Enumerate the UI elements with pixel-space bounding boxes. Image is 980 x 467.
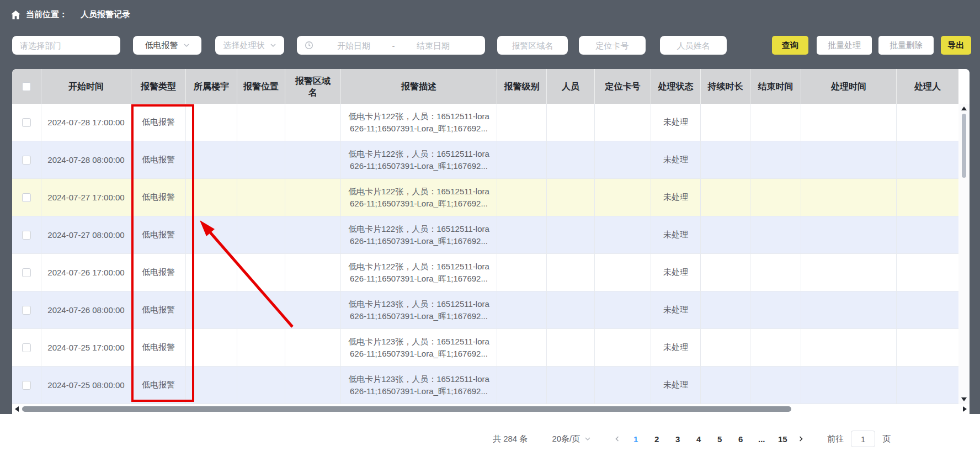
- goto-page: 前往 页: [827, 431, 891, 447]
- cell-status: 未处理: [651, 329, 701, 366]
- page-number-5[interactable]: 5: [709, 434, 730, 444]
- cell-end-time: [750, 367, 801, 404]
- cell-building: [186, 141, 237, 178]
- column-header: 报警描述: [341, 69, 497, 104]
- scroll-left-icon[interactable]: [15, 406, 19, 412]
- vertical-scrollbar[interactable]: [958, 104, 970, 404]
- cell-building: [186, 291, 237, 328]
- column-header: 所属楼宇: [186, 69, 237, 104]
- column-header: 人员: [547, 69, 595, 104]
- table-row: 2024-07-26 17:00:00低电报警低电卡片122张，人员：16512…: [12, 254, 958, 291]
- locate-card-input[interactable]: [579, 36, 646, 55]
- cell-status: 未处理: [651, 367, 701, 404]
- table-header: 开始时间报警类型所属楼宇报警位置报警区域名报警描述报警级别人员定位卡号处理状态持…: [12, 69, 958, 104]
- prev-page-icon[interactable]: [610, 436, 625, 442]
- cell-card: [595, 329, 651, 366]
- cell-duration: [701, 216, 750, 253]
- page-number-3[interactable]: 3: [667, 434, 688, 444]
- cell-processor: [897, 141, 958, 178]
- page-number-2[interactable]: 2: [646, 434, 667, 444]
- cell-start-time: 2024-07-25 08:00:00: [41, 367, 131, 404]
- header-corner: [958, 69, 970, 104]
- batch-process-button[interactable]: 批量处理: [817, 36, 872, 55]
- cell-processor: [897, 216, 958, 253]
- page-number-1[interactable]: 1: [625, 434, 646, 444]
- department-input[interactable]: [12, 36, 120, 55]
- cell-alarm-description: 低电卡片123张，人员：16512511-lora626-11;16507391…: [341, 329, 497, 366]
- start-date-input[interactable]: [321, 40, 386, 51]
- alarm-type-select[interactable]: 低电报警: [133, 36, 201, 55]
- vertical-scroll-thumb[interactable]: [962, 114, 966, 178]
- scroll-right-icon[interactable]: [963, 406, 967, 412]
- cell-card: [595, 291, 651, 328]
- cell-end-time: [750, 329, 801, 366]
- cell-location: [237, 216, 285, 253]
- column-header: 报警位置: [237, 69, 285, 104]
- goto-label: 前往: [827, 434, 844, 444]
- cell-location: [237, 254, 285, 291]
- cell-duration: [701, 254, 750, 291]
- cell-process-time: [801, 216, 897, 253]
- row-checkbox[interactable]: [22, 306, 31, 315]
- scroll-down-icon[interactable]: [961, 397, 967, 401]
- batch-delete-button[interactable]: 批量删除: [878, 36, 934, 55]
- pagination: 共 284 条 20条/页 123456...15 前往 页: [493, 431, 891, 447]
- row-checkbox[interactable]: [22, 156, 31, 164]
- person-name-input[interactable]: [660, 36, 727, 55]
- page-number-15[interactable]: 15: [772, 434, 793, 444]
- cell-duration: [701, 329, 750, 366]
- horizontal-scrollbar[interactable]: [12, 404, 970, 414]
- breadcrumb: 当前位置： 人员报警记录: [11, 9, 130, 20]
- chevron-down-icon: [270, 42, 276, 49]
- row-checkbox[interactable]: [22, 193, 31, 202]
- row-checkbox[interactable]: [22, 231, 31, 240]
- cell-start-time: 2024-07-26 08:00:00: [41, 291, 131, 328]
- export-button[interactable]: 导出: [941, 36, 971, 55]
- date-separator: -: [386, 41, 401, 50]
- end-date-input[interactable]: [401, 40, 466, 51]
- cell-alarm-type: 低电报警: [131, 329, 186, 366]
- cell-location: [237, 291, 285, 328]
- cell-location: [237, 329, 285, 366]
- cell-alarm-type: 低电报警: [131, 179, 186, 216]
- horizontal-scroll-thumb[interactable]: [22, 406, 791, 412]
- cell-person: [547, 141, 595, 178]
- cell-level: [497, 104, 547, 141]
- cell-alarm-description: 低电卡片122张，人员：16512511-lora626-11;16507391…: [341, 216, 497, 253]
- process-status-select[interactable]: 选择处理状: [215, 36, 284, 55]
- cell-location: [237, 141, 285, 178]
- row-checkbox[interactable]: [22, 381, 31, 390]
- cell-building: [186, 104, 237, 141]
- row-checkbox-cell: [12, 216, 41, 253]
- cell-process-time: [801, 104, 897, 141]
- date-range-picker[interactable]: -: [297, 36, 485, 55]
- cell-alarm-description: 低电卡片122张，人员：16512511-lora626-11;16507391…: [341, 254, 497, 291]
- cell-status: 未处理: [651, 254, 701, 291]
- alarm-area-input[interactable]: [497, 36, 568, 55]
- query-button[interactable]: 查询: [772, 36, 808, 55]
- page-size-select[interactable]: 20条/页: [552, 434, 591, 444]
- next-page-icon[interactable]: [793, 436, 808, 442]
- cell-building: [186, 329, 237, 366]
- row-checkbox[interactable]: [22, 268, 31, 277]
- cell-level: [497, 216, 547, 253]
- cell-building: [186, 254, 237, 291]
- cell-card: [595, 254, 651, 291]
- page-background: 当前位置： 人员报警记录 低电报警 选择处理状 - 查询 批量处理 批量删除 导…: [0, 0, 980, 414]
- page-ellipsis[interactable]: ...: [751, 434, 772, 444]
- cell-alarm-type: 低电报警: [131, 254, 186, 291]
- cell-end-time: [750, 291, 801, 328]
- cell-alarm-type: 低电报警: [131, 216, 186, 253]
- select-all-checkbox[interactable]: [22, 82, 31, 91]
- page-number-4[interactable]: 4: [688, 434, 709, 444]
- cell-end-time: [750, 104, 801, 141]
- page-number-6[interactable]: 6: [730, 434, 751, 444]
- page-size-value: 20条/页: [552, 434, 580, 444]
- row-checkbox[interactable]: [22, 118, 31, 127]
- goto-page-input[interactable]: [851, 431, 875, 447]
- scroll-up-icon[interactable]: [961, 107, 967, 110]
- cell-duration: [701, 291, 750, 328]
- row-checkbox[interactable]: [22, 343, 31, 352]
- table-row: 2024-07-25 08:00:00低电报警低电卡片123张，人员：16512…: [12, 367, 958, 404]
- cell-card: [595, 367, 651, 404]
